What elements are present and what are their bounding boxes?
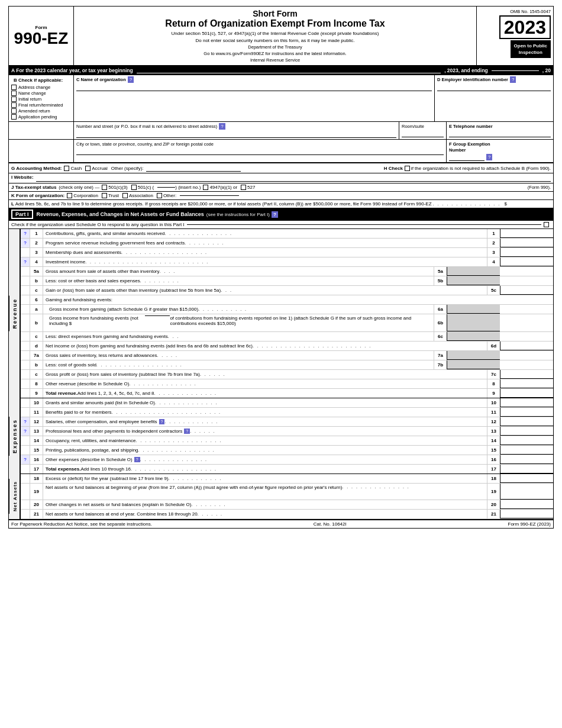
row7c-desc: Gross profit or (loss) from sales of inv… xyxy=(43,370,487,379)
checkbox-cash[interactable] xyxy=(64,166,69,171)
d-help-btn[interactable]: ? xyxy=(510,76,516,83)
part1-help-btn[interactable]: ? xyxy=(272,211,278,218)
row20-spacer xyxy=(21,500,30,509)
row11-amount[interactable] xyxy=(500,408,553,417)
ein-field[interactable] xyxy=(437,84,551,91)
row16-help[interactable]: ? xyxy=(134,457,140,462)
row8-spacer xyxy=(21,379,30,388)
row1-amount[interactable] xyxy=(500,229,553,238)
cash-check: Cash xyxy=(64,166,82,171)
city-field[interactable] xyxy=(76,148,444,155)
checkbox-accrual[interactable] xyxy=(85,166,91,171)
checkbox-association[interactable] xyxy=(122,193,128,198)
checkbox-h[interactable] xyxy=(405,166,410,171)
row6d-amount[interactable] xyxy=(500,342,553,350)
check-association: Association xyxy=(122,193,153,198)
org-name-field[interactable] xyxy=(76,84,432,91)
row5a-sub-amount[interactable] xyxy=(447,267,500,276)
row20-amount[interactable] xyxy=(500,500,553,509)
row15-amount[interactable] xyxy=(500,446,553,455)
row17-amount[interactable] xyxy=(500,465,553,473)
checkbox-corporation[interactable] xyxy=(67,193,72,198)
address-field[interactable] xyxy=(76,131,396,138)
insert-no-field[interactable] xyxy=(157,187,175,188)
org-info: B Check if applicable: Address change Na… xyxy=(9,75,553,163)
j-note: (check only one) — xyxy=(59,185,99,190)
row16-amount[interactable] xyxy=(500,455,553,464)
row6b-desc: Gross income from fundraising events (no… xyxy=(43,314,434,331)
line-l-text2: (Part II, column (B)) are $500,000 or mo… xyxy=(262,201,507,207)
dept2: Internal Revenue Service xyxy=(250,57,300,63)
row21-amount[interactable] xyxy=(500,510,553,518)
phone-field[interactable] xyxy=(449,130,551,137)
row16-icon[interactable]: ? xyxy=(21,455,30,464)
c-help-btn[interactable]: ? xyxy=(128,76,134,83)
row14-box-label: 14 xyxy=(487,436,500,445)
checkbox-schedule-o[interactable] xyxy=(544,222,549,227)
row4-desc: Investment income . . . . . . . . . . . … xyxy=(43,257,487,266)
row13-amount[interactable] xyxy=(500,427,553,436)
title-main: Return of Organization Exempt From Incom… xyxy=(165,18,385,29)
checkbox-initial-return[interactable] xyxy=(11,96,17,102)
row7b-desc: Less: cost of goods sold . . . . . . . .… xyxy=(43,360,434,369)
k-label: K Form of organization: xyxy=(11,193,64,198)
row6d-spacer xyxy=(21,342,30,350)
f-help-btn[interactable]: ? xyxy=(486,154,492,160)
row4-amount[interactable] xyxy=(500,257,553,266)
row7b-sub-amount[interactable] xyxy=(447,360,500,369)
expense-rows: 10 Grants and similar amounts paid (list… xyxy=(21,398,553,474)
checkbox-final-return[interactable] xyxy=(11,102,17,108)
checkbox-501c[interactable] xyxy=(131,185,137,190)
checkbox-amended[interactable] xyxy=(11,108,17,114)
row12-help[interactable]: ? xyxy=(159,419,165,424)
row-20: 20 Other changes in net assets or fund b… xyxy=(21,500,553,510)
checkbox-trust[interactable] xyxy=(102,193,107,198)
row6a-sub-amount[interactable] xyxy=(447,305,500,314)
row13-help[interactable]: ? xyxy=(184,429,190,434)
org-row3: City or town, state or province, country… xyxy=(9,140,553,163)
row12-amount[interactable] xyxy=(500,417,553,426)
row6a-desc: Gross income from gaming (attach Schedul… xyxy=(43,305,434,314)
row7b-num: b xyxy=(30,360,43,369)
row7a-sub-amount[interactable] xyxy=(447,351,500,360)
row2-icon[interactable]: ? xyxy=(21,239,30,247)
row5b-sub-amount[interactable] xyxy=(447,276,500,285)
other-org-field[interactable] xyxy=(180,195,239,196)
checkbox-name-change[interactable] xyxy=(11,91,17,96)
row6c-sub-amount[interactable] xyxy=(447,332,500,341)
group-number-field[interactable] xyxy=(449,154,485,161)
tax-status-row: J Tax-exempt status (check only one) — 5… xyxy=(9,183,553,192)
row13-icon[interactable]: ? xyxy=(21,427,30,436)
row9-amount[interactable] xyxy=(500,389,553,398)
other-specify-field[interactable] xyxy=(146,165,241,172)
room-field[interactable] xyxy=(402,130,444,137)
row14-amount[interactable] xyxy=(500,436,553,445)
row18-box-label: 18 xyxy=(487,474,500,483)
checkbox-app-pending[interactable] xyxy=(11,114,17,120)
checkbox-501c3[interactable] xyxy=(102,185,107,190)
row5c-box-label: 5c xyxy=(487,286,500,295)
row3-amount[interactable] xyxy=(500,248,553,257)
row19-amount[interactable] xyxy=(500,484,553,500)
row5c-amount[interactable] xyxy=(500,286,553,295)
row1-icon[interactable]: ? xyxy=(21,229,30,238)
checkbox-4947[interactable] xyxy=(203,185,208,190)
row4-icon[interactable]: ? xyxy=(21,257,30,266)
row9-box-label: 9 xyxy=(487,389,500,398)
address-help-btn[interactable]: ? xyxy=(219,123,225,130)
checkbox-address-change[interactable] xyxy=(11,85,17,90)
row7c-amount[interactable] xyxy=(500,370,553,379)
row8-amount[interactable] xyxy=(500,379,553,388)
row12-icon[interactable]: ? xyxy=(21,417,30,426)
row10-amount[interactable] xyxy=(500,398,553,407)
row8-box-label: 8 xyxy=(487,379,500,388)
part1-label: Part I xyxy=(11,210,33,219)
row1-box-label: 1 xyxy=(487,229,500,238)
other-label: Other (specify): xyxy=(111,166,144,171)
checkbox-other-org[interactable] xyxy=(157,193,162,198)
row2-amount[interactable] xyxy=(500,239,553,247)
checkbox-527[interactable] xyxy=(241,185,246,190)
website-field[interactable] xyxy=(36,175,551,182)
row6b-sub-amount[interactable] xyxy=(447,314,500,331)
row18-amount[interactable] xyxy=(500,474,553,483)
